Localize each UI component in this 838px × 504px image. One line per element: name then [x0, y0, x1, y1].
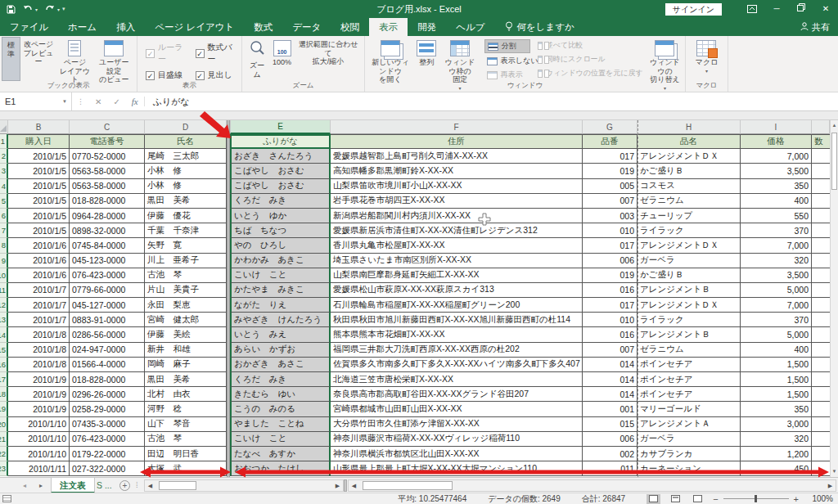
arrange-all-button[interactable]: 整列 — [414, 37, 439, 81]
cell[interactable]: やの ひろし — [230, 238, 331, 253]
vertical-scrollbar-thumb[interactable] — [831, 133, 837, 190]
cell[interactable]: 熊本県熊本市花畑町X-XX-XX — [331, 327, 583, 342]
cell[interactable]: 高知県幡多郡黒潮町鈴X-XX-XX — [331, 164, 583, 178]
cell[interactable]: 0898-32-0000 — [70, 223, 145, 238]
cell[interactable]: 016 — [583, 283, 638, 298]
row-header[interactable]: 22 — [0, 447, 8, 461]
cell[interactable]: かたやま みきこ — [230, 283, 331, 298]
cell[interactable]: 新潟県岩船郡関川村内須川X-XX-XX — [331, 209, 583, 223]
cell[interactable]: アレンジメントＢ — [638, 283, 741, 298]
cell[interactable]: かご盛りＢ — [638, 164, 741, 178]
cell[interactable]: 2010/1/9 — [8, 402, 70, 416]
cell[interactable]: 愛媛県新居浜市清住町X-XX-XX清住町レジデンス312 — [331, 223, 583, 238]
cell[interactable]: おおつか たけし — [230, 461, 331, 476]
cell[interactable]: 山形県最上郡最上町大堀X-XX-XX大堀マンション110 — [331, 461, 583, 476]
cell[interactable]: 2010/1/9 — [8, 372, 70, 387]
close-button[interactable]: ✕ — [813, 0, 838, 18]
cell[interactable] — [812, 238, 830, 253]
cell[interactable]: 014 — [583, 358, 638, 372]
cell[interactable]: 1,500 — [741, 372, 812, 387]
macro-record-icon[interactable] — [2, 495, 11, 502]
cell[interactable]: くろだ みき — [230, 194, 331, 209]
cell[interactable]: 山下 琴音 — [145, 417, 227, 432]
cell[interactable]: 320 — [741, 254, 812, 268]
cell[interactable]: 愛媛県越智郡上島町弓削久司浦X-XX-XX — [331, 149, 583, 164]
cell[interactable] — [812, 313, 830, 327]
cell[interactable]: 5,000 — [741, 327, 812, 342]
tab-page-layout[interactable]: ページ レイアウト — [145, 18, 244, 36]
cell[interactable]: くろだ みき — [230, 372, 331, 387]
cell[interactable]: 400 — [741, 343, 812, 358]
cell[interactable]: 千葉 千奈津 — [145, 223, 227, 238]
column-header[interactable]: B — [8, 120, 70, 134]
row-header[interactable]: 3 — [0, 164, 8, 178]
tell-me-box[interactable]: 何をしますか — [495, 18, 584, 36]
scroll-up-icon[interactable]: ▲ — [831, 120, 838, 131]
row-header[interactable]: 17 — [0, 372, 8, 387]
cell[interactable]: 076-423-0000 — [70, 432, 145, 447]
sheet-nav-next-icon[interactable]: ▸ — [39, 478, 43, 493]
cell[interactable]: 014 — [583, 387, 638, 402]
cell[interactable]: 0179-22-0000 — [70, 447, 145, 461]
cell[interactable]: こいけ こと — [230, 432, 331, 447]
cell[interactable]: 香川県丸亀市松屋町X-XX-XX — [331, 238, 583, 253]
cell[interactable]: ながた りえ — [230, 298, 331, 313]
cell[interactable]: カーネーション — [638, 461, 741, 476]
row-header[interactable]: 8 — [0, 238, 8, 253]
column-header[interactable]: H — [638, 120, 741, 134]
cell[interactable]: 品番 — [583, 134, 638, 149]
cell[interactable]: 3,500 — [741, 268, 812, 283]
zoom-slider-thumb[interactable] — [755, 495, 757, 502]
scroll-down-icon[interactable]: ▼ — [831, 466, 838, 477]
insert-function-icon[interactable]: fx — [126, 97, 145, 106]
zoom-out-icon[interactable]: − — [713, 494, 718, 504]
row-header[interactable]: 20 — [0, 417, 8, 432]
cell[interactable]: 014 — [583, 372, 638, 387]
cell[interactable]: 2010/1/8 — [8, 343, 70, 358]
cell[interactable]: 3,000 — [741, 417, 812, 432]
tab-view[interactable]: 表示 — [369, 18, 408, 36]
row-header[interactable]: 21 — [0, 432, 8, 447]
cell[interactable]: 027-322-0000 — [70, 461, 145, 476]
cell[interactable]: 400 — [741, 194, 812, 209]
cell[interactable]: 河野 稔 — [145, 402, 227, 416]
cell[interactable]: アレンジメントＡ — [638, 417, 741, 432]
cell[interactable]: 岩手県花巻市胡四王X-XX-XX — [331, 194, 583, 209]
cell[interactable]: 0883-91-0000 — [70, 313, 145, 327]
cell[interactable]: 002 — [583, 447, 638, 461]
cell[interactable] — [812, 343, 830, 358]
sign-in-button[interactable]: サインイン — [665, 3, 722, 16]
cell[interactable]: 田辺 明日香 — [145, 447, 227, 461]
cell[interactable]: コスモス — [638, 179, 741, 194]
cell[interactable] — [812, 194, 830, 209]
cell[interactable]: アレンジメントＤＸ — [638, 238, 741, 253]
cell[interactable]: 2010/1/6 — [8, 238, 70, 253]
cell[interactable]: やました ことね — [230, 417, 331, 432]
column-header[interactable] — [812, 120, 830, 134]
scroll-left-icon[interactable]: ◀ — [349, 483, 359, 489]
cell[interactable]: マリーゴールド — [638, 402, 741, 416]
cell[interactable]: 佐賀県多久市南多久町下多久X-XX-XXハイツ南多久町下多久407 — [331, 358, 583, 372]
minimize-button[interactable]: ─ — [764, 0, 789, 18]
cell[interactable]: 2010/1/5 — [8, 164, 70, 178]
cell[interactable]: いとう みえ — [230, 327, 331, 342]
row-header[interactable]: 14 — [0, 327, 8, 342]
tab-home[interactable]: ホーム — [58, 18, 106, 36]
cell[interactable]: こばやし おさむ — [230, 164, 331, 178]
cell[interactable]: ゼラニウム — [638, 194, 741, 209]
horizontal-scrollbar-thumb[interactable] — [363, 481, 453, 490]
cell[interactable]: 伊藤 美絵 — [145, 327, 227, 342]
cell[interactable]: 019 — [583, 164, 638, 178]
formula-bar-resize-handle[interactable]: ⋮ — [72, 97, 89, 106]
row-header[interactable]: 12 — [0, 298, 8, 313]
custom-views-button[interactable]: ユーザー設定 のビュー — [93, 37, 135, 81]
row-header[interactable]: 13 — [0, 313, 8, 327]
cell[interactable]: 北海道三笠市唐松栄町X-XX-XX — [331, 372, 583, 387]
row-header[interactable]: 15 — [0, 343, 8, 358]
cell[interactable]: 愛媛県松山市萩原X-XX-XX萩原スカイ313 — [331, 283, 583, 298]
row-header[interactable]: 2 — [0, 149, 8, 164]
cell[interactable]: 2010/1/10 — [8, 447, 70, 461]
cell[interactable]: こうの みのる — [230, 402, 331, 416]
cell[interactable]: 007 — [583, 194, 638, 209]
cell[interactable]: 018-828-0000 — [70, 194, 145, 209]
